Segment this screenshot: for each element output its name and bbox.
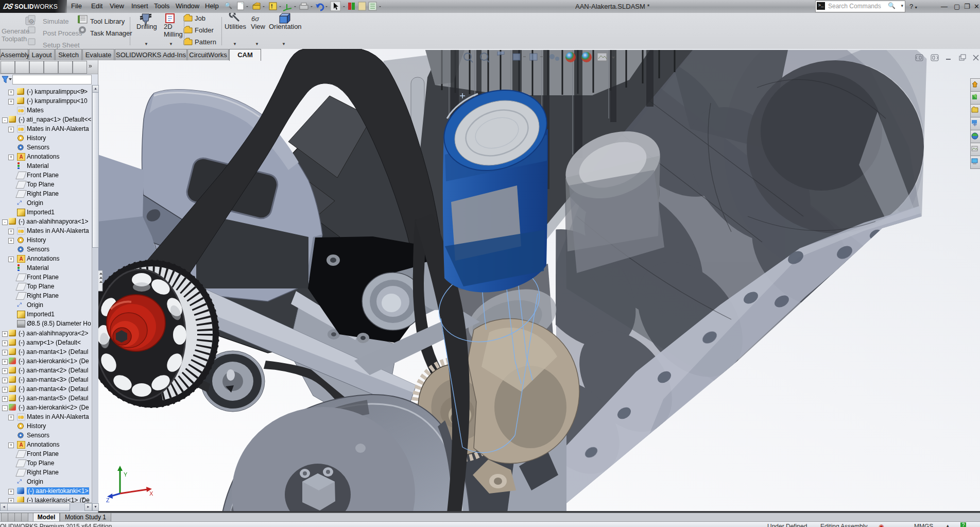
svg-text:6σ: 6σ <box>251 15 260 23</box>
svg-text:!: ! <box>271 3 273 9</box>
svg-text:Y: Y <box>124 471 128 478</box>
svg-text:Z: Z <box>106 497 110 503</box>
svg-text:X: X <box>149 490 153 497</box>
